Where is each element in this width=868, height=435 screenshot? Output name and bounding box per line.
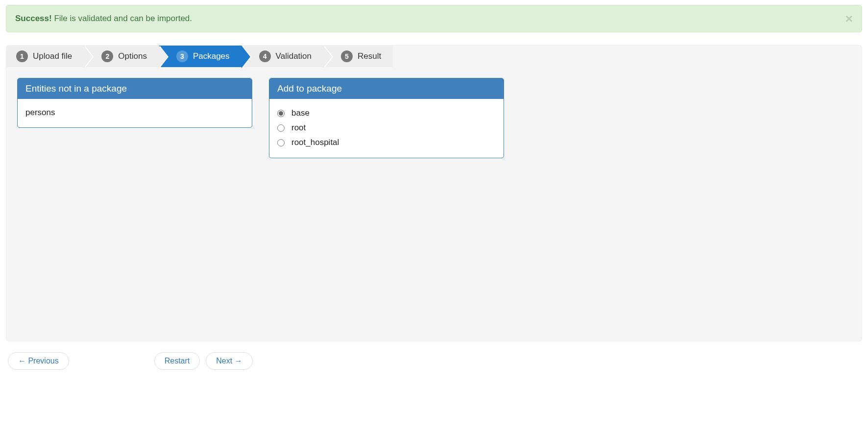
entities-panel: Entities not in a package persons <box>17 78 252 128</box>
package-option-label: root_hospital <box>291 138 339 147</box>
success-alert: Success! File is validated and can be im… <box>6 5 862 32</box>
add-to-package-panel: Add to package baserootroot_hospital <box>269 78 504 158</box>
step-label: Packages <box>193 51 230 61</box>
close-icon[interactable]: × <box>845 12 853 25</box>
package-option-label: base <box>291 108 310 118</box>
step-number: 5 <box>341 50 353 62</box>
restart-button[interactable]: Restart <box>154 352 200 370</box>
package-option-base[interactable]: base <box>277 106 496 121</box>
step-number: 1 <box>16 50 28 62</box>
main-content: Entities not in a package persons Add to… <box>6 67 862 341</box>
entity-item[interactable]: persons <box>25 106 244 120</box>
package-option-root[interactable]: root <box>277 121 496 135</box>
wizard-step-options[interactable]: 2Options <box>84 46 159 67</box>
alert-text: File is validated and can be imported. <box>54 14 192 23</box>
step-number: 4 <box>259 50 271 62</box>
entities-panel-title: Entities not in a package <box>18 78 252 99</box>
wizard-steps: 1Upload file2Options3Packages4Validation… <box>6 45 862 67</box>
wizard-footer: ← Previous Restart Next → <box>6 341 862 379</box>
step-label: Upload file <box>33 51 72 61</box>
next-button[interactable]: Next → <box>206 352 252 370</box>
package-radio[interactable] <box>277 139 285 146</box>
add-panel-title: Add to package <box>269 78 504 99</box>
previous-button[interactable]: ← Previous <box>8 352 69 370</box>
step-number: 3 <box>176 50 188 62</box>
alert-strong: Success! <box>15 14 52 23</box>
package-option-label: root <box>291 123 306 133</box>
wizard-step-validation[interactable]: 4Validation <box>241 46 323 67</box>
step-number: 2 <box>101 50 113 62</box>
wizard-step-packages[interactable]: 3Packages <box>159 46 241 67</box>
wizard-step-upload-file[interactable]: 1Upload file <box>6 46 84 67</box>
step-label: Options <box>118 51 147 61</box>
step-label: Result <box>358 51 381 61</box>
step-label: Validation <box>276 51 312 61</box>
wizard-step-result[interactable]: 5Result <box>323 46 393 67</box>
package-radio[interactable] <box>277 124 285 132</box>
package-option-root_hospital[interactable]: root_hospital <box>277 135 496 150</box>
package-radio[interactable] <box>277 110 285 117</box>
